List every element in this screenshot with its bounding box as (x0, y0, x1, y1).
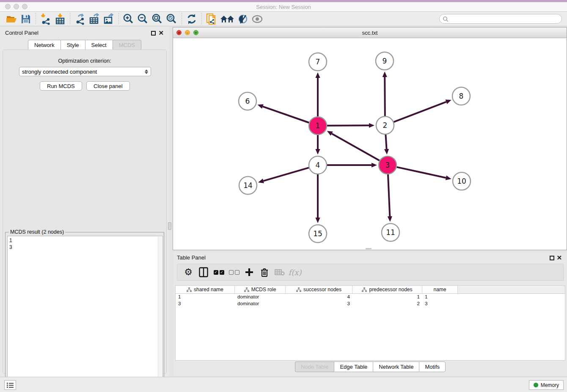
new-network-from-selection-button[interactable] (204, 13, 219, 25)
table-panel: Table Panel ✕ ⚙ ✓✓ (173, 252, 567, 375)
table-panel-tabs: Node Table Edge Table Network Table Moti… (173, 362, 567, 372)
select-all-columns-button[interactable]: ✓✓ (212, 265, 226, 279)
table-settings-button[interactable]: ⚙ (182, 265, 195, 279)
mcds-panel-body: Optimization criterion: strongly connect… (3, 50, 167, 374)
graph-edge[interactable] (385, 77, 385, 116)
column-header-name[interactable]: name (422, 286, 458, 293)
table-row[interactable]: 1 dominator 4 1 1 (176, 294, 565, 301)
search-input[interactable] (449, 16, 561, 22)
node-label: 8 (459, 92, 464, 100)
table-header-row: shared name MCDS role successor nodes (176, 286, 565, 294)
zoom-fit-button[interactable] (150, 13, 165, 25)
tab-motifs[interactable]: Motifs (419, 362, 446, 372)
mcds-result-text[interactable]: 1 3 (7, 236, 163, 392)
delete-table-button[interactable] (273, 265, 286, 279)
tab-select[interactable]: Select (85, 40, 113, 50)
shared-column-icon (362, 287, 367, 292)
save-floppy-icon (21, 14, 31, 24)
close-table-panel-icon[interactable]: ✕ (556, 255, 562, 260)
shared-column-icon (187, 287, 192, 292)
resize-grip[interactable] (366, 248, 372, 249)
network-window-titlebar[interactable]: ✕ − + scc.txt (173, 28, 567, 38)
toolbar-separator (70, 13, 70, 25)
scrollbar-track[interactable] (158, 237, 162, 392)
status-bar: Memory (0, 377, 567, 392)
optimization-criterion-select[interactable]: strongly connected component (19, 67, 151, 76)
graph-edge[interactable] (327, 125, 369, 126)
column-header-predecessor-nodes[interactable]: predecessor nodes (352, 286, 422, 293)
task-history-button[interactable] (4, 380, 16, 390)
graph-edge[interactable] (332, 134, 380, 161)
export-table-button[interactable] (87, 13, 102, 25)
graph-edge[interactable] (396, 167, 446, 178)
tab-network[interactable]: Network (28, 40, 61, 50)
open-session-button[interactable] (4, 13, 19, 25)
network-graph-canvas[interactable]: 7968124314101511 (173, 38, 567, 250)
tab-edge-table[interactable]: Edge Table (334, 362, 373, 372)
hide-annotations-button[interactable] (236, 13, 250, 25)
show-column-panel-button[interactable] (197, 265, 210, 279)
edge-arrowhead (258, 104, 264, 109)
shared-column-icon (296, 287, 301, 292)
tab-style[interactable]: Style (61, 40, 85, 50)
close-panel-button[interactable]: Close panel (86, 81, 130, 91)
close-panel-icon[interactable]: ✕ (158, 30, 164, 35)
run-mcds-button[interactable]: Run MCDS (40, 81, 82, 91)
tab-network-table[interactable]: Network Table (373, 362, 419, 372)
graph-edge[interactable] (388, 174, 390, 216)
tab-mcds[interactable]: MCDS (113, 40, 141, 50)
function-builder-button[interactable]: f(x) (288, 265, 302, 279)
column-header-successor-nodes[interactable]: successor nodes (286, 286, 352, 293)
node-label: 14 (243, 181, 253, 190)
tab-node-table[interactable]: Node Table (295, 362, 334, 372)
edge-arrowhead (446, 99, 451, 104)
zoom-in-button[interactable] (121, 13, 136, 25)
import-network-button[interactable] (39, 13, 53, 25)
slashed-circle-icon (237, 14, 248, 25)
apply-layout-button[interactable] (184, 13, 199, 25)
node-label: 3 (385, 161, 390, 169)
optimization-criterion-label: Optimization criterion: (3, 58, 166, 64)
zoom-out-button[interactable] (136, 13, 150, 25)
zoom-fit-icon (151, 13, 163, 25)
edge-arrowhead (315, 218, 320, 223)
unselect-all-columns-button[interactable] (227, 265, 241, 279)
node-table[interactable]: shared name MCDS role successor nodes (175, 285, 565, 361)
column-header-shared-name[interactable]: shared name (176, 286, 235, 293)
column-header-mcds-role[interactable]: MCDS role (235, 286, 286, 293)
show-hide-button[interactable] (250, 13, 264, 25)
search-box[interactable] (439, 14, 562, 24)
list-icon (7, 382, 14, 388)
home-button[interactable] (219, 13, 236, 25)
houses-icon (220, 14, 234, 25)
network-document-icon (205, 13, 218, 25)
node-label: 9 (383, 57, 387, 65)
gear-icon: ⚙ (184, 267, 193, 278)
toolbar-separator (118, 13, 119, 25)
create-column-button[interactable] (242, 265, 256, 279)
import-table-button[interactable] (53, 13, 67, 25)
node-label: 10 (457, 177, 466, 185)
mcds-result-group: MCDS result (2 nodes) 1 3 (5, 232, 164, 392)
shared-column-icon (244, 287, 249, 292)
zoom-out-icon (137, 13, 149, 25)
zoom-selected-button[interactable] (165, 13, 179, 25)
node-label: 2 (383, 121, 388, 130)
panel-splitter-handle[interactable] (168, 222, 171, 230)
export-image-button[interactable] (102, 13, 116, 25)
float-table-panel-icon[interactable] (550, 254, 554, 262)
save-session-button[interactable] (19, 13, 33, 25)
graph-edge[interactable] (263, 168, 308, 181)
table-row[interactable]: 3 dominator 3 2 3 (176, 301, 565, 307)
graph-edge[interactable] (263, 107, 309, 123)
graph-edge[interactable] (394, 102, 446, 122)
toolbar-separator (36, 13, 36, 25)
float-panel-icon[interactable] (151, 30, 156, 37)
memory-button[interactable]: Memory (529, 380, 564, 390)
node-label: 4 (316, 161, 320, 169)
graph-edge[interactable] (385, 135, 386, 149)
control-panel: Control Panel ✕ Network Style Select MCD… (0, 26, 169, 377)
delete-table-icon (275, 268, 285, 276)
delete-column-button[interactable] (258, 265, 271, 279)
export-network-button[interactable] (73, 13, 87, 25)
